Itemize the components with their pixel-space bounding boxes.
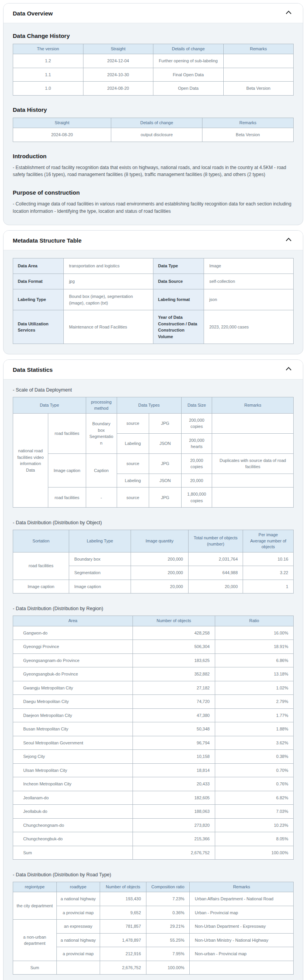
- cell: 0.76%: [215, 777, 293, 791]
- cell: Busan Metropolitan City: [13, 722, 133, 736]
- cell: a provincial map: [56, 906, 100, 920]
- cell: 2024-10-30: [83, 68, 153, 82]
- section-heading: Data Change History: [13, 32, 294, 39]
- cell: [212, 487, 294, 508]
- table-row: Gyeonggi Province506,30418.91%: [13, 640, 294, 654]
- data-history-table: Straight Details of change Remarks 2024-…: [13, 118, 294, 142]
- cell: 215,366: [133, 832, 215, 846]
- cell: Further opening of sub-labeling: [153, 54, 224, 68]
- cell: Daegu Metropolitan City: [13, 695, 133, 709]
- section-heading: Introduction: [13, 153, 294, 159]
- cell: source: [117, 413, 149, 433]
- cell: 27,182: [133, 681, 215, 695]
- col-header-regiontype: regiontype: [13, 882, 57, 892]
- cell: 200,000 hearts: [181, 433, 212, 453]
- card-title: Data Statistics: [13, 366, 53, 373]
- cell: 1,478,897: [100, 933, 146, 947]
- cell: source: [117, 487, 149, 508]
- cell: 2.79%: [215, 695, 293, 709]
- meta-value: Image: [204, 258, 293, 274]
- cell: 1.88%: [215, 722, 293, 736]
- card-title: Metadata Structure Table: [13, 237, 82, 244]
- cell: Non-Urban Ministry - National Highway: [190, 933, 294, 947]
- cell: Daejeon Metropolitan City: [13, 708, 133, 722]
- col-header-details: Details of change: [111, 118, 202, 128]
- table-row: Image caption Caption source JPG 20,000 …: [13, 453, 294, 474]
- cell: Final Open Data: [153, 68, 224, 82]
- cell: Urban Affairs Department - National Road: [190, 892, 294, 906]
- table-caption: - Data Distribution (Distribution by Roa…: [13, 872, 294, 877]
- cell: Sejong City: [13, 750, 133, 764]
- table-row: Chungcheongnam-do273,82010.23%: [13, 818, 294, 832]
- cell: 644,988: [188, 566, 243, 580]
- header-row: Data Type processing method Data Types D…: [13, 397, 294, 414]
- cell: Boundary box Segmentation: [86, 413, 117, 453]
- cell: a national highway: [56, 892, 100, 906]
- data-overview-accordion-header[interactable]: Data Overview: [3, 3, 303, 23]
- header-row: The version Straight Details of change R…: [13, 44, 294, 54]
- metadata-table: Data Area transportation and logistics D…: [13, 258, 294, 344]
- table-row: Data Area transportation and logistics D…: [13, 258, 294, 274]
- cell: Gyeongsangnam-do Province: [13, 653, 133, 667]
- section-heading: Data History: [13, 106, 294, 113]
- col-header-labeling-type: Labeling Type: [69, 530, 131, 552]
- meta-value: Bound box (image), segmentation (image),…: [63, 289, 153, 310]
- header-row: Sortation Labeling Type Image quantity T…: [13, 530, 294, 552]
- col-header-ratio: Ratio: [215, 616, 293, 626]
- col-header-date: Straight: [13, 118, 111, 128]
- cell: source: [117, 453, 149, 474]
- cell: 10.23%: [215, 818, 293, 832]
- cell: [212, 474, 294, 487]
- cell: 0.38%: [215, 750, 293, 764]
- cell: Beta Version: [202, 128, 294, 142]
- table-row: national road facilities video informati…: [13, 413, 294, 433]
- table-row: 1.0 2024-08-20 Open Data Beta Version: [13, 82, 294, 96]
- col-header-objects: Number of objects: [100, 882, 146, 892]
- cell: 273,820: [133, 818, 215, 832]
- col-header-method: processing method: [86, 397, 117, 414]
- table-row: Incheon Metropolitan City20,4330.76%: [13, 777, 294, 791]
- col-header-data-size: Data Size: [181, 397, 212, 414]
- cell: Beta Version: [223, 82, 294, 96]
- cell: Jeollabuk-do: [13, 805, 133, 819]
- cell: 182,605: [133, 791, 215, 805]
- cell: [212, 413, 294, 433]
- cell: Image caption: [69, 580, 131, 593]
- cell: Labeling: [117, 433, 149, 453]
- card-title: Data Overview: [13, 10, 53, 17]
- table-row: the city department a national highway 1…: [13, 892, 294, 906]
- table-row: Data Format jpg Data Source self-collect…: [13, 274, 294, 289]
- cell: 0.36%: [146, 906, 190, 920]
- collapse-button[interactable]: [284, 9, 293, 18]
- cell: an expressway: [56, 920, 100, 934]
- data-statistics-accordion-header[interactable]: Data Statistics: [3, 360, 303, 380]
- cell: JPG: [149, 487, 181, 508]
- table-row: Gyeongsangnam-do Province183,6256.86%: [13, 653, 294, 667]
- meta-value: json: [204, 289, 293, 310]
- table-row: Busan Metropolitan City50,3481.88%: [13, 722, 294, 736]
- cell: Gyeongsangbuk-do Province: [13, 667, 133, 681]
- col-header-remarks: Remarks: [202, 118, 294, 128]
- collapse-button[interactable]: [284, 365, 293, 374]
- cell: a national highway: [56, 933, 100, 947]
- cell: Gyeonggi Province: [13, 640, 133, 654]
- table-row: Gwangju Metropolitan City27,1821.02%: [13, 681, 294, 695]
- cell: Urban - Provincial map: [190, 906, 294, 920]
- cell: 10.16: [243, 552, 294, 566]
- collapse-button[interactable]: [284, 236, 293, 245]
- meta-label: Data Area: [13, 258, 64, 274]
- cell: 3.62%: [215, 736, 293, 750]
- cell: Sum: [13, 846, 133, 860]
- cell: road facilities: [48, 487, 86, 508]
- cell: 188,063: [133, 805, 215, 819]
- cell: 200,000: [131, 552, 188, 566]
- cell: [223, 54, 294, 68]
- meta-value: jpg: [63, 274, 153, 289]
- col-header-sortation: Sortation: [13, 530, 69, 552]
- header-row: regiontype roadtype Number of objects Co…: [13, 882, 294, 892]
- meta-label: Labeling Type: [13, 289, 64, 310]
- cell: Duplicates with source data of road faci…: [212, 453, 294, 474]
- metadata-body: Data Area transportation and logistics D…: [3, 250, 303, 354]
- col-header-remarks: Remarks: [223, 44, 294, 54]
- metadata-accordion-header[interactable]: Metadata Structure Table: [3, 231, 303, 250]
